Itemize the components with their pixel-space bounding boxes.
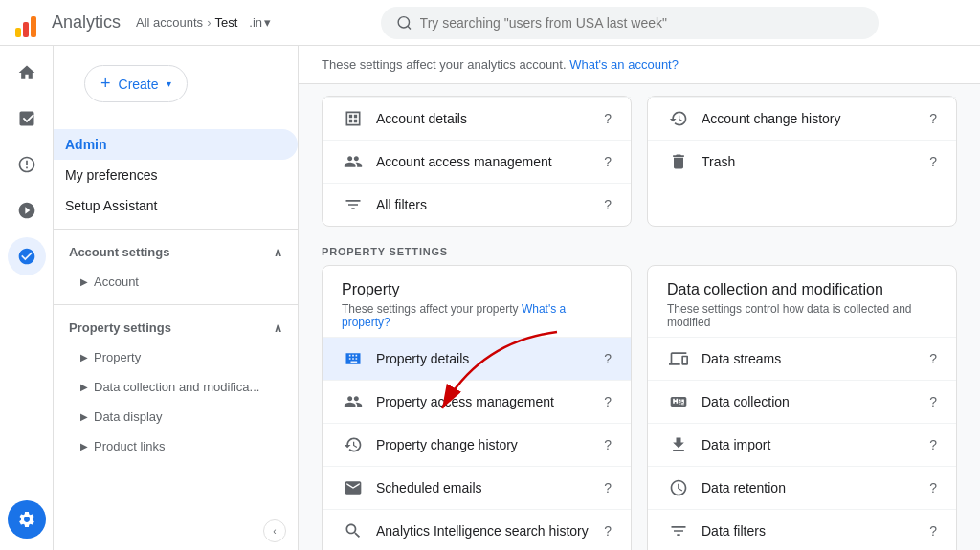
app-title: Analytics (52, 12, 121, 33)
property-change-history-item[interactable]: Property change history ? (323, 423, 631, 466)
property-change-help-icon[interactable]: ? (604, 437, 612, 452)
search-bar[interactable] (381, 7, 879, 39)
sidebar-account-sub[interactable]: ▶ Account (54, 267, 298, 297)
content-inner: These settings affect your analytics acc… (299, 46, 980, 550)
analytics-intelligence-item[interactable]: Analytics Intelligence search history ? (323, 509, 631, 550)
data-collection-chevron-icon: ▶ (80, 382, 88, 392)
scheduled-emails-item[interactable]: Scheduled emails ? (323, 466, 631, 509)
all-filters-help-icon[interactable]: ? (604, 197, 612, 212)
whats-account-link[interactable]: What's an account? (569, 57, 679, 72)
nav-reports-button[interactable] (8, 99, 46, 138)
property-access-help-icon[interactable]: ? (604, 394, 612, 409)
account-change-history-item[interactable]: Account change history ? (648, 97, 956, 140)
create-dropdown-icon: ▾ (167, 78, 171, 89)
data-collection-item[interactable]: Data collection ? (648, 380, 956, 423)
nav-explore-button[interactable] (8, 145, 46, 184)
all-filters-item[interactable]: All filters ? (323, 183, 631, 226)
scheduled-emails-help-icon[interactable]: ? (604, 480, 612, 495)
data-streams-label: Data streams (702, 351, 918, 366)
data-import-help-icon[interactable]: ? (929, 437, 937, 452)
account-sub-chevron-icon: ▶ (80, 276, 88, 287)
main-layout: + Create ▾ Admin My preferences Setup As… (0, 46, 980, 550)
data-streams-help-icon[interactable]: ? (929, 351, 937, 366)
property-details-item[interactable]: Property details ? (323, 337, 631, 380)
data-collection-help-icon[interactable]: ? (929, 394, 937, 409)
data-retention-help-icon[interactable]: ? (929, 480, 937, 495)
account-access-management-item[interactable]: Account access management ? (323, 140, 631, 183)
people-icon (342, 150, 365, 173)
account-selector[interactable]: .in ▾ (241, 11, 278, 33)
data-retention-label: Data retention (702, 480, 918, 495)
import-icon (667, 433, 690, 456)
property-sub-chevron-icon: ▶ (80, 352, 88, 363)
trash-label: Trash (702, 154, 918, 169)
property-settings-section[interactable]: Property settings ∧ (54, 313, 298, 342)
breadcrumb: All accounts › Test .in ▾ (136, 11, 278, 33)
nav-admin-button[interactable] (8, 237, 46, 275)
top-bar: Analytics All accounts › Test .in ▾ (0, 0, 980, 46)
breadcrumb-all-accounts[interactable]: All accounts (136, 15, 203, 30)
sidebar-admin[interactable]: Admin (54, 129, 298, 160)
sidebar-my-preferences[interactable]: My preferences (54, 160, 298, 190)
trash-item[interactable]: Trash ? (648, 140, 956, 183)
data-filters-help-icon[interactable]: ? (929, 523, 937, 539)
product-links-sub-label: Product links (94, 439, 165, 453)
account-details-item[interactable]: Account details ? (323, 97, 631, 140)
property-details-help-icon[interactable]: ? (604, 351, 612, 366)
nav-home-button[interactable] (8, 54, 46, 92)
property-settings-chevron-icon: ∧ (274, 321, 282, 335)
admin-label: Admin (65, 137, 107, 152)
app-container: Analytics All accounts › Test .in ▾ (0, 0, 980, 550)
sidebar-product-links-sub[interactable]: ▶ Product links (54, 431, 298, 461)
account-access-help-icon[interactable]: ? (604, 154, 612, 169)
search-input[interactable] (420, 15, 863, 31)
setup-assistant-label: Setup Assistant (65, 198, 158, 213)
sidebar-collapse-button[interactable]: ‹ (263, 519, 286, 542)
sidebar-setup-assistant[interactable]: Setup Assistant (54, 190, 298, 221)
account-cards: Account details ? Account access managem… (299, 84, 980, 234)
data-collection-sub-label: Data collection and modifica... (94, 380, 259, 394)
sidebar-data-collection-sub[interactable]: ▶ Data collection and modifica... (54, 372, 298, 402)
account-card-left: Account details ? Account access managem… (322, 96, 632, 227)
account-change-help-icon[interactable]: ? (929, 111, 937, 126)
property-card-header: Property These settings affect your prop… (323, 266, 631, 337)
account-access-management-label: Account access management (376, 154, 592, 169)
account-sub-label: Account (94, 275, 139, 289)
property-sub-label: Property (94, 350, 141, 364)
breadcrumb-current[interactable]: Test (214, 15, 237, 30)
settings-bottom-button[interactable] (8, 500, 46, 539)
all-filters-label: All filters (376, 197, 592, 212)
data-collection-card: Data collection and modification These s… (647, 265, 957, 550)
account-card-right: Account change history ? Trash ? (647, 96, 957, 227)
property-card: Property These settings affect your prop… (322, 265, 632, 550)
account-details-label: Account details (376, 111, 592, 126)
analytics-intelligence-label: Analytics Intelligence search history (376, 523, 592, 539)
retention-icon (667, 476, 690, 499)
property-details-icon (342, 347, 365, 370)
account-section-notice: These settings affect your analytics acc… (299, 46, 980, 84)
data-filters-item[interactable]: Data filters ? (648, 509, 956, 550)
data-collection-header: Data collection and modification These s… (648, 266, 956, 337)
property-access-management-item[interactable]: Property access management ? (323, 380, 631, 423)
scheduled-emails-label: Scheduled emails (376, 480, 592, 495)
nav-advertising-button[interactable] (8, 191, 46, 230)
streams-icon (667, 347, 690, 370)
data-import-item[interactable]: Data import ? (648, 423, 956, 466)
property-details-label: Property details (376, 351, 592, 366)
property-subtitle-text: These settings affect your property (342, 302, 519, 316)
trash-help-icon[interactable]: ? (929, 154, 937, 169)
sidebar-property-sub[interactable]: ▶ Property (54, 342, 298, 372)
plus-icon: + (100, 74, 111, 94)
data-collection-label: Data collection (702, 394, 918, 409)
account-settings-section[interactable]: Account settings ∧ (54, 237, 298, 267)
data-filters-label: Data filters (702, 523, 918, 539)
content-area: These settings affect your analytics acc… (299, 46, 980, 550)
analytics-intelligence-help-icon[interactable]: ? (604, 523, 612, 539)
account-settings-label: Account settings (69, 245, 169, 259)
sidebar-data-display-sub[interactable]: ▶ Data display (54, 402, 298, 431)
create-button[interactable]: + Create ▾ (84, 65, 188, 102)
property-access-icon (342, 390, 365, 413)
account-details-help-icon[interactable]: ? (604, 111, 612, 126)
data-retention-item[interactable]: Data retention ? (648, 466, 956, 509)
data-streams-item[interactable]: Data streams ? (648, 337, 956, 380)
